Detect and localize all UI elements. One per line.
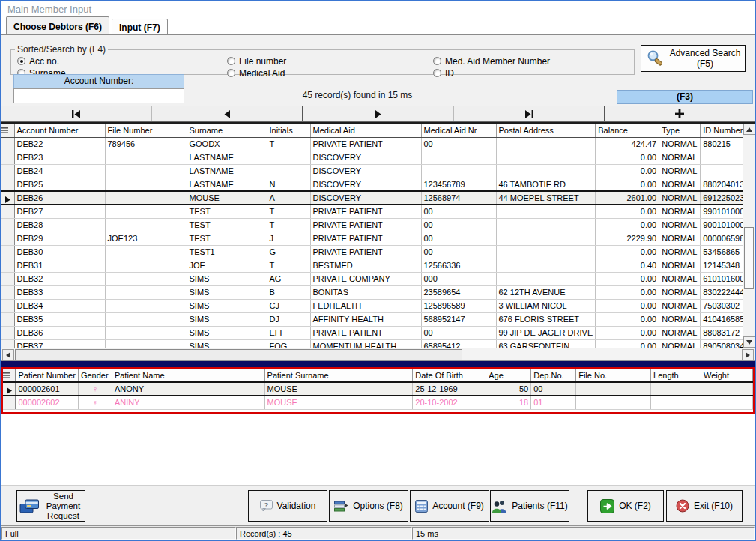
cell-medical-aid-nr: 12566336 [421, 259, 496, 272]
scroll-left-button[interactable] [2, 349, 14, 360]
button-label: Patients (F11) [512, 501, 567, 511]
cell-account-number: DEB36 [14, 326, 105, 339]
debtor-row-deb28[interactable]: DEB28TESTTPRIVATE PATIENT000.00NORMAL900… [1, 218, 747, 232]
exit-button[interactable]: Exit (F10) [666, 490, 743, 522]
nav-prev-icon [223, 110, 232, 118]
debtor-row-deb36[interactable]: DEB36SIMSEFFPRIVATE PATIENT0099 JIP DE J… [1, 326, 747, 339]
scroll-right-button[interactable] [742, 349, 754, 360]
column-header-date-of-birth[interactable]: Date Of Birth [413, 369, 486, 382]
exit-icon [676, 499, 689, 513]
radio-file-number[interactable]: File number [227, 55, 286, 67]
f3-button[interactable]: (F3) [617, 90, 753, 104]
debtor-row-deb33[interactable]: DEB33SIMSBBONITAS2358965462 12TH AVENUE0… [1, 285, 747, 299]
horizontal-scrollbar-thumb[interactable] [15, 349, 462, 360]
debtor-row-deb23[interactable]: DEB23LASTNAMEDISCOVERY0.00NORMAL [1, 151, 747, 164]
patients-button[interactable]: Patients (F11) [490, 490, 569, 522]
column-header-type[interactable]: Type [659, 124, 701, 137]
column-header-file-no[interactable]: File No. [576, 369, 651, 382]
radio-med-aid-member-number[interactable]: Med. Aid Member Number [433, 55, 550, 67]
cell-id-number: 880215 [701, 137, 747, 151]
column-header-balance[interactable]: Balance [596, 124, 659, 137]
first-record-button[interactable] [1, 106, 151, 121]
options-button[interactable]: Options (F8) [329, 490, 408, 522]
column-header-patient-surname[interactable]: Patient Surname [264, 369, 413, 382]
cell-account-number: DEB32 [14, 272, 105, 285]
cell-medical-aid: AFFINITY HEALTH [310, 312, 421, 326]
debtor-row-deb30[interactable]: DEB30TEST1GPRIVATE PATIENT000.00NORMAL53… [1, 245, 747, 259]
cell-medical-aid-nr: 00 [421, 205, 496, 218]
tab-input-f7[interactable]: Input (F7) [112, 19, 168, 34]
add-record-button[interactable] [605, 106, 755, 121]
patient-row-000002601[interactable]: 000002601♀ANONYMOUSE25-12-19695000 [3, 382, 753, 396]
cell-medical-aid: BESTMED [310, 259, 421, 272]
debtor-row-deb24[interactable]: DEB24LASTNAMEDISCOVERY0.00NORMAL [1, 164, 747, 178]
debtor-row-deb34[interactable]: DEB34SIMSCJFEDHEALTH1258965893 WILLIAM N… [1, 299, 747, 312]
column-header-postal-address[interactable]: Postal Address [496, 124, 596, 137]
debtor-row-deb27[interactable]: DEB27TESTTPRIVATE PATIENT000.00NORMAL990… [1, 205, 747, 218]
debtor-row-deb26[interactable]: DEB26MOUSEADISCOVERY1256897444 MOEPEL ST… [1, 191, 747, 205]
patient-row-000002602[interactable]: 000002602♀ANINYMOUSE20-10-20021801 [3, 396, 753, 409]
button-label: Send Payment Request [44, 492, 83, 521]
column-header-patient-number[interactable]: Patient Number [16, 369, 78, 382]
radio-id[interactable]: ID [433, 67, 550, 79]
column-header-medical-aid[interactable]: Medical Aid [310, 124, 421, 137]
radio-acc-no[interactable]: Acc no. [17, 55, 66, 67]
credit-cards-icon [19, 498, 40, 514]
column-header-medical-aid-nr[interactable]: Medical Aid Nr [421, 124, 496, 137]
column-header-id-number[interactable]: ID Number [701, 124, 747, 137]
horizontal-scrollbar[interactable] [1, 348, 755, 361]
validation-button[interactable]: ?Validation [248, 490, 327, 522]
debtor-row-deb35[interactable]: DEB35SIMSDJAFFINITY HEALTH568952147676 F… [1, 312, 747, 326]
row-indicator [1, 205, 14, 218]
column-header-age[interactable]: Age [486, 369, 531, 382]
column-header-length[interactable]: Length [651, 369, 701, 382]
cell-id-number: 000006598 [701, 232, 747, 245]
cell-medical-aid: PRIVATE PATIENT [310, 245, 421, 259]
scroll-down-button[interactable] [743, 336, 755, 348]
cell-age: 18 [486, 396, 531, 409]
cell-file-no [576, 396, 651, 409]
account-button[interactable]: Account (F9) [410, 490, 489, 522]
column-header-surname[interactable]: Surname [187, 124, 267, 137]
send-payment-request-button[interactable]: Send Payment Request [16, 490, 85, 522]
previous-record-button[interactable] [151, 106, 302, 121]
vertical-scrollbar-thumb[interactable] [744, 227, 754, 289]
debtor-row-deb31[interactable]: DEB31JOETBESTMED125663360.40NORMAL121453… [1, 259, 747, 272]
tab-choose-debtors-f6[interactable]: Choose Debtors (F6) [6, 16, 109, 34]
cell-account-number: DEB22 [14, 137, 105, 151]
column-header-file-number[interactable]: File Number [105, 124, 187, 137]
advanced-search-button[interactable]: Advanced Search (F5) [641, 45, 746, 72]
ok-button[interactable]: OK (F2) [587, 490, 664, 522]
debtor-row-deb32[interactable]: DEB32SIMSAGPRIVATE COMPANY0000.00NORMAL6… [1, 272, 747, 285]
column-header-gender[interactable]: Gender [78, 369, 112, 382]
cell-balance: 0.00 [596, 299, 659, 312]
account-number-input[interactable] [13, 88, 184, 103]
vertical-scrollbar[interactable] [743, 124, 755, 348]
column-header-weight[interactable]: Weight [701, 369, 752, 382]
column-header-initials[interactable]: Initials [267, 124, 310, 137]
debtor-row-deb29[interactable]: DEB29JOE123TESTJPRIVATE PATIENT002229.90… [1, 232, 747, 245]
last-record-button[interactable] [453, 106, 604, 121]
debtor-table: Account NumberFile NumberSurnameInitials… [1, 124, 747, 348]
scroll-up-button[interactable] [743, 124, 755, 135]
column-header-account-number[interactable]: Account Number [14, 124, 105, 137]
nav-last-icon [524, 110, 534, 118]
next-record-button[interactable] [303, 106, 453, 121]
debtor-row-deb22[interactable]: DEB22789456GOODXTPRIVATE PATIENT00424.47… [1, 137, 747, 151]
cell-postal-address [496, 137, 596, 151]
cell-account-number: DEB35 [14, 312, 105, 326]
debtor-row-deb37[interactable]: DEB37SIMSFOGMOMENTUM HEALTH6589541263 GA… [1, 339, 747, 348]
cell-date-of-birth: 25-12-1969 [413, 382, 486, 396]
cell-id-number: 890508034 [701, 339, 747, 348]
column-header-dep-no[interactable]: Dep.No. [531, 369, 576, 382]
cell-type: NORMAL [659, 326, 701, 339]
cell-account-number: DEB26 [14, 191, 105, 205]
debtor-row-deb25[interactable]: DEB25LASTNAMENDISCOVERY12345678946 TAMBO… [1, 178, 747, 191]
cell-file-number [105, 326, 187, 339]
column-header-patient-name[interactable]: Patient Name [112, 369, 264, 382]
row-indicator [1, 339, 14, 348]
radio-medical-aid[interactable]: Medical Aid [227, 67, 286, 79]
cell-gender: ♀ [78, 382, 112, 396]
cell-medical-aid: PRIVATE PATIENT [310, 326, 421, 339]
cell-type: NORMAL [659, 245, 701, 259]
